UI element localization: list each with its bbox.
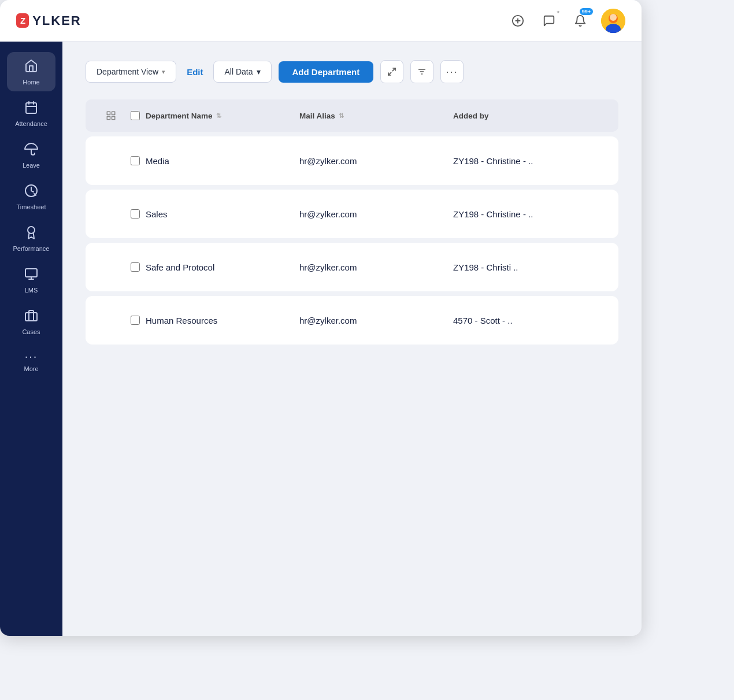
row-1-added: ZY198 - Christine - .. xyxy=(453,156,607,166)
chevron-down-icon: ▾ xyxy=(162,68,165,76)
filter-button[interactable] xyxy=(410,60,433,83)
svg-rect-14 xyxy=(25,269,37,277)
row-checkbox-3[interactable] xyxy=(125,262,146,272)
row-4-dept: Human Resources xyxy=(146,316,299,325)
sidebar-label-leave: Leave xyxy=(23,162,40,169)
row-checkbox-1[interactable] xyxy=(125,156,146,165)
logo-badge: Z xyxy=(16,13,29,28)
row-3-dept: Safe and Protocol xyxy=(146,262,299,272)
table-row: Safe and Protocol hr@zylker.com ZY198 - … xyxy=(86,243,618,291)
sidebar-label-cases: Cases xyxy=(22,328,40,335)
row-2-mail: hr@zylker.com xyxy=(299,209,453,219)
table-row: Media hr@zylker.com ZY198 - Christine - … xyxy=(86,136,618,185)
svg-rect-23 xyxy=(107,112,110,114)
svg-rect-8 xyxy=(26,103,36,113)
sidebar-label-performance: Performance xyxy=(13,245,50,252)
toolbar: Department View ▾ Edit All Data ▾ Add De… xyxy=(86,60,618,83)
lms-icon xyxy=(24,267,38,283)
table-row: Sales hr@zylker.com ZY198 - Christine - … xyxy=(86,190,618,238)
mail-column-label: Mail Alias xyxy=(299,112,335,120)
notification-badge: 99+ xyxy=(580,8,593,15)
sidebar-item-cases[interactable]: Cases xyxy=(7,302,55,341)
department-view-button[interactable]: Department View ▾ xyxy=(86,61,176,83)
row-2-dept: Sales xyxy=(146,209,299,219)
sidebar-item-lms[interactable]: LMS xyxy=(7,260,55,299)
svg-rect-26 xyxy=(107,117,110,120)
row-1-checkbox[interactable] xyxy=(131,156,140,165)
row-checkbox-4[interactable] xyxy=(125,316,146,325)
sidebar: Home Attendance Leave xyxy=(0,42,62,636)
app-body: Home Attendance Leave xyxy=(0,42,642,636)
row-1-mail: hr@zylker.com xyxy=(299,156,453,166)
logo-text: YLKER xyxy=(32,13,81,28)
select-all-checkbox[interactable] xyxy=(131,111,140,120)
sidebar-item-performance[interactable]: Performance xyxy=(7,218,55,258)
more-icon: ··· xyxy=(25,350,38,362)
sidebar-item-home[interactable]: Home xyxy=(7,52,55,91)
sidebar-item-more[interactable]: ··· More xyxy=(7,343,55,378)
row-2-checkbox[interactable] xyxy=(131,209,140,218)
sidebar-item-timesheet[interactable]: Timesheet xyxy=(7,177,55,216)
attendance-icon xyxy=(24,101,38,117)
column-header-dept: Department Name ⇅ xyxy=(146,112,299,120)
all-data-label: All Data xyxy=(224,67,253,76)
sidebar-label-timesheet: Timesheet xyxy=(17,203,46,210)
added-column-label: Added by xyxy=(453,112,489,120)
row-checkbox-2[interactable] xyxy=(125,209,146,218)
add-icon[interactable] xyxy=(507,10,528,31)
header-actions: ✦ 99+ xyxy=(507,9,625,33)
row-4-checkbox[interactable] xyxy=(131,316,140,325)
sidebar-label-attendance: Attendance xyxy=(15,120,47,127)
user-avatar[interactable] xyxy=(601,9,625,33)
all-data-button[interactable]: All Data ▾ xyxy=(213,61,271,83)
row-4-added: 4570 - Scott - .. xyxy=(453,316,607,325)
table-header-checkbox-cell[interactable] xyxy=(125,111,146,120)
performance-icon xyxy=(24,225,38,242)
home-icon xyxy=(24,59,38,75)
app-header: Z YLKER ✦ 99+ xyxy=(0,0,642,42)
chat-icon[interactable]: ✦ xyxy=(539,10,559,31)
row-3-mail: hr@zylker.com xyxy=(299,262,453,272)
chevron-down-icon-2: ▾ xyxy=(257,67,261,76)
sort-dept-icon[interactable]: ⇅ xyxy=(216,112,221,120)
svg-rect-24 xyxy=(112,112,115,114)
sidebar-item-attendance[interactable]: Attendance xyxy=(7,94,55,133)
svg-point-6 xyxy=(610,14,617,21)
leave-icon xyxy=(24,142,38,158)
more-options-button[interactable]: ··· xyxy=(440,60,464,83)
table-settings-icon xyxy=(101,105,121,126)
svg-point-13 xyxy=(28,227,35,234)
notification-icon[interactable]: 99+ xyxy=(570,10,591,31)
row-3-checkbox[interactable] xyxy=(131,262,140,272)
column-header-mail: Mail Alias ⇅ xyxy=(299,112,453,120)
department-view-label: Department View xyxy=(97,67,158,76)
sidebar-label-lms: LMS xyxy=(25,287,38,294)
table-header-row: Department Name ⇅ Mail Alias ⇅ Added by xyxy=(86,99,618,132)
row-4-mail: hr@zylker.com xyxy=(299,316,453,325)
sidebar-label-home: Home xyxy=(23,79,39,86)
sidebar-item-leave[interactable]: Leave xyxy=(7,135,55,175)
table-settings-icon-cell[interactable] xyxy=(97,105,125,126)
add-department-button[interactable]: Add Department xyxy=(279,61,374,83)
timesheet-icon xyxy=(24,184,38,200)
sidebar-label-more: More xyxy=(24,365,38,372)
row-2-added: ZY198 - Christine - .. xyxy=(453,209,607,219)
svg-rect-25 xyxy=(112,117,115,120)
edit-button[interactable]: Edit xyxy=(183,61,206,83)
logo: Z YLKER xyxy=(16,13,81,28)
row-3-added: ZY198 - Christi .. xyxy=(453,262,607,272)
svg-rect-17 xyxy=(25,313,37,321)
column-header-added: Added by xyxy=(453,112,607,120)
expand-button[interactable] xyxy=(380,60,403,83)
dept-column-label: Department Name xyxy=(146,112,213,120)
table-row: Human Resources hr@zylker.com 4570 - Sco… xyxy=(86,296,618,345)
row-1-dept: Media xyxy=(146,156,299,166)
departments-table: Department Name ⇅ Mail Alias ⇅ Added by … xyxy=(86,99,618,345)
main-content: Department View ▾ Edit All Data ▾ Add De… xyxy=(62,42,642,636)
sort-mail-icon[interactable]: ⇅ xyxy=(339,112,344,120)
cases-icon xyxy=(24,309,38,325)
